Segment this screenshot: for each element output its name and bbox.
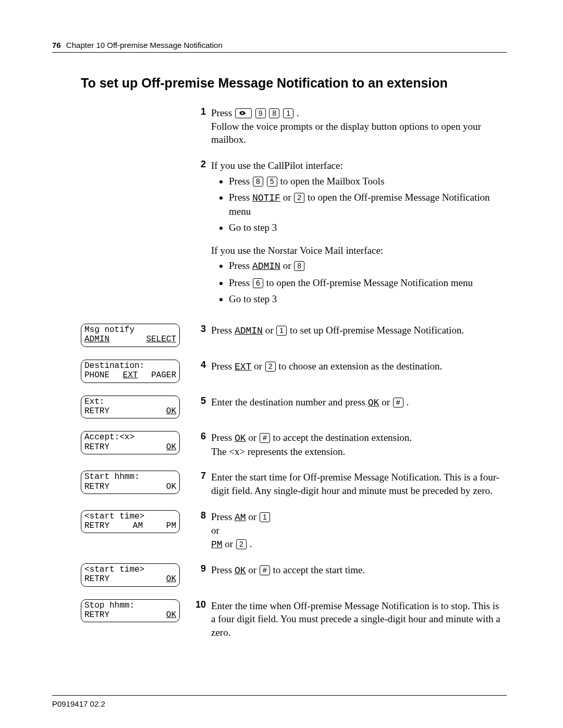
step-row: Start hhmm: RETRY OK 7 Enter the start t… (81, 471, 506, 497)
key-hash: # (260, 565, 270, 575)
step-row: 1 Press 9 8 1 . Follow the voice prompts… (81, 106, 506, 146)
step-number: 6 (190, 431, 211, 442)
key-2: 2 (236, 539, 247, 549)
step-body: Press ADMIN or 1 to set up Off-premise M… (211, 324, 506, 337)
rule-top (52, 52, 507, 53)
list-item: Press 8 5 to open the Mailbox Tools (229, 175, 506, 188)
feature-key-icon (235, 108, 252, 118)
step-number: 8 (190, 510, 211, 521)
chapter-title: Chapter 10 Off-premise Message Notificat… (66, 41, 223, 50)
lcd-display: Ext: RETRY OK (81, 396, 180, 419)
step-row: Destination: PHONE EXT PAGER 4 Press EXT… (81, 360, 506, 383)
step-body: Enter the time when Off-premise Message … (211, 599, 506, 639)
step-number: 5 (190, 396, 211, 406)
lcd-display: <start time> RETRY OK (81, 563, 180, 587)
softkey-ok: OK (235, 565, 246, 576)
key-1: 1 (276, 326, 287, 336)
softkey-notif: NOTIF (252, 193, 280, 203)
section-title: To set up Off-premise Message Notificati… (81, 76, 511, 91)
step-body: Enter the destination number and press O… (211, 396, 506, 409)
step-number: 7 (190, 471, 211, 482)
step-body: If you use the CallPilot interface: Pres… (211, 159, 506, 311)
step-row: <start time> RETRY AM PM 8 Press AM or 1… (81, 510, 506, 551)
key-hash: # (260, 433, 270, 443)
softkey-ok: OK (235, 433, 246, 443)
softkey-ext: EXT (235, 362, 251, 372)
step-body: Press EXT or 2 to choose an extension as… (211, 360, 506, 373)
lcd-display: Destination: PHONE EXT PAGER (81, 360, 180, 383)
step-row: Ext: RETRY OK 5 Enter the destination nu… (81, 396, 506, 419)
step-body: Press OK or # to accept the destination … (211, 431, 506, 458)
step-number: 9 (190, 563, 211, 574)
step-row: 2 If you use the CallPilot interface: Pr… (81, 159, 506, 311)
softkey-ok: OK (368, 398, 380, 408)
key-8: 8 (294, 261, 304, 271)
step-body: Press AM or 1 or PM or 2 . (211, 510, 506, 551)
step-row: Msg notify ADMIN SELECT 3 Press ADMIN or… (81, 324, 506, 347)
softkey-admin: ADMIN (252, 261, 280, 272)
step-row: Accept:<x> RETRY OK 6 Press OK or # to a… (81, 431, 506, 458)
list-item: Go to step 3 (229, 221, 506, 235)
step-number: 4 (190, 360, 211, 371)
step-number: 10 (190, 599, 211, 610)
svg-point-1 (241, 113, 243, 114)
step-body: Enter the start time for Off-premise Mes… (211, 471, 506, 497)
key-2: 2 (294, 193, 304, 203)
list-item: Press ADMIN or 8 (229, 259, 506, 273)
lcd-display: <start time> RETRY AM PM (81, 510, 180, 534)
softkey-admin: ADMIN (235, 326, 263, 336)
content-area: 1 Press 9 8 1 . Follow the voice prompts… (81, 106, 506, 639)
lcd-display: Start hhmm: RETRY OK (81, 471, 180, 494)
document-page: 76 Chapter 10 Off-premise Message Notifi… (0, 0, 563, 728)
page-number: 76 (52, 41, 61, 50)
key-6: 6 (253, 278, 263, 288)
step-number: 3 (190, 324, 211, 335)
key-8: 8 (269, 108, 279, 118)
lcd-display: Stop hhmm: RETRY OK (81, 599, 180, 623)
lcd-display: Msg notify ADMIN SELECT (81, 324, 180, 347)
key-hash: # (393, 398, 403, 408)
list-item: Press NOTIF or 2 to open the Off-premise… (229, 191, 506, 218)
step-row: <start time> RETRY OK 9 Press OK or # to… (81, 563, 506, 587)
step-number: 2 (190, 159, 211, 170)
key-8: 8 (253, 177, 263, 187)
list-item: Go to step 3 (229, 292, 506, 306)
lcd-display: Accept:<x> RETRY OK (81, 431, 180, 454)
step-body: Press OK or # to accept the start time. (211, 563, 506, 577)
key-2: 2 (265, 362, 276, 372)
step-number: 1 (190, 106, 211, 117)
key-9: 9 (255, 108, 266, 118)
step-body: Press 9 8 1 . Follow the voice prompts o… (211, 106, 506, 146)
list-item: Press 6 to open the Off-premise Message … (229, 276, 506, 290)
key-5: 5 (267, 177, 277, 187)
key-1: 1 (283, 108, 293, 118)
softkey-am: AM (235, 512, 246, 523)
step-row: Stop hhmm: RETRY OK 10 Enter the time wh… (81, 599, 506, 639)
document-id: P0919417 02.2 (52, 699, 105, 708)
softkey-pm: PM (211, 539, 223, 550)
rule-bottom (52, 695, 507, 696)
running-header: 76 Chapter 10 Off-premise Message Notifi… (52, 41, 223, 50)
key-1: 1 (260, 512, 270, 522)
